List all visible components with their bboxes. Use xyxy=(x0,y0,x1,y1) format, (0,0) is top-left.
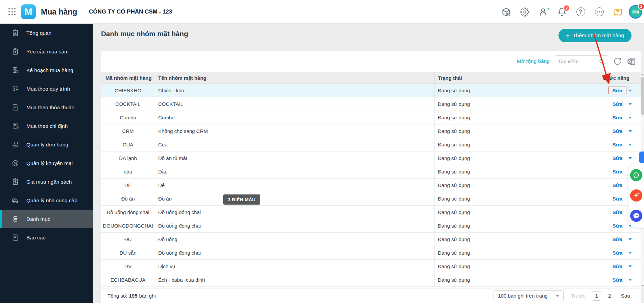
page-size-select[interactable]: 100 bản ghi trên trang xyxy=(494,290,564,301)
scrollbar-thumb[interactable] xyxy=(641,77,644,115)
column-header-code[interactable]: Mã nhóm mặt hàng xyxy=(101,72,155,84)
table-row[interactable]: CHIENKHOChiên - khoĐang sử dụngSửa xyxy=(101,84,641,97)
sidebar-item-5[interactable]: Mua theo thỏa thuận xyxy=(0,98,93,117)
cell-code: ĐU sẵn xyxy=(101,246,155,259)
edit-link[interactable]: Sửa xyxy=(609,249,626,257)
table-row[interactable]: Đồ ănĐồ ănĐang sử dụngSửa xyxy=(101,192,641,206)
search-input[interactable] xyxy=(558,59,596,64)
add-item-group-button[interactable]: + Thêm nhóm mặt hàng xyxy=(558,29,631,42)
cell-code: DE xyxy=(101,179,155,192)
chevron-down-icon[interactable] xyxy=(628,117,632,119)
add-user-icon[interactable]: + xyxy=(539,7,548,17)
column-header-name[interactable]: Tên nhóm mặt hàng xyxy=(155,72,434,84)
edit-link[interactable]: Sửa xyxy=(609,154,626,162)
sidebar-item-6[interactable]: Mua theo chỉ định xyxy=(0,117,93,135)
edit-link[interactable]: Sửa xyxy=(609,222,626,230)
apps-grid-icon[interactable] xyxy=(8,8,16,16)
table-row[interactable]: CUACuaĐang sử dụngSửa xyxy=(101,138,641,152)
gear-icon[interactable] xyxy=(520,7,529,17)
more-icon[interactable] xyxy=(595,7,604,17)
bell-icon[interactable]: 2 xyxy=(557,7,567,17)
sidebar-item-7[interactable]: Quản lý đơn hàng xyxy=(0,135,93,154)
add-button-label: Thêm nhóm mặt hàng xyxy=(573,32,624,39)
edit-link[interactable]: Sửa xyxy=(609,168,626,176)
chevron-down-icon[interactable] xyxy=(628,130,632,132)
table-row[interactable]: DEDêĐang sử dụngSửa xyxy=(101,179,641,192)
table-row[interactable]: CRMKhông cho sang CRMĐang sử dụngSửa xyxy=(101,124,641,138)
edit-link[interactable]: Sửa xyxy=(609,262,626,270)
table-row[interactable]: ComboComboĐang sử dụngSửa xyxy=(101,111,641,124)
messenger-button[interactable] xyxy=(630,210,642,222)
chevron-down-icon[interactable] xyxy=(628,252,632,254)
sidebar-item-1[interactable]: Tổng quan xyxy=(0,24,93,42)
sidebar-item-3[interactable]: Kế hoạch mua hàng xyxy=(0,61,93,79)
edit-link[interactable]: Sửa xyxy=(609,181,626,189)
table-row[interactable]: DOUONGDONGCHAIĐồ uống đóng chaiĐang sử d… xyxy=(101,219,641,233)
search-icon[interactable] xyxy=(599,58,605,65)
table-row[interactable]: ĐU sẵnĐồ uống đóng chaiĐang sử dụngSửa xyxy=(101,246,641,260)
chevron-down-icon[interactable] xyxy=(628,90,632,92)
edit-link[interactable]: Sửa xyxy=(609,127,626,135)
table-row[interactable]: Đồ uống đóng chaiĐồ uống đóng chaiĐang s… xyxy=(101,206,641,219)
cell-status: Đang sử dụng xyxy=(434,111,569,124)
cell-code: DOUONGDONGCHAI xyxy=(101,219,155,232)
cell-actions: Sửa xyxy=(569,111,641,124)
edit-link[interactable]: Sửa xyxy=(609,141,626,148)
ai-assistant-button[interactable] xyxy=(630,189,642,202)
edit-link[interactable]: Sửa xyxy=(609,208,626,216)
sidebar-item-11[interactable]: Danh mục xyxy=(0,210,93,228)
app-title: Mua hàng xyxy=(41,0,77,24)
sidebar-item-12[interactable]: Báo cáo xyxy=(0,228,93,247)
column-header-status[interactable]: Trạng thái xyxy=(434,72,569,84)
page-numbers: 12 xyxy=(592,291,614,301)
table-row[interactable]: dầuDầuĐang sử dụngSửa xyxy=(101,165,641,179)
edit-link[interactable]: Sửa xyxy=(609,100,626,108)
sidebar-item-8[interactable]: Quản lý khuyến mại xyxy=(0,154,93,172)
sidebar-item-9[interactable]: Giá mua ngân sách xyxy=(0,172,93,191)
refresh-icon[interactable] xyxy=(613,57,622,66)
chevron-down-icon[interactable] xyxy=(628,157,632,159)
next-page-button[interactable]: Sau xyxy=(621,293,630,299)
cell-code: CRM xyxy=(101,124,155,138)
table-row[interactable]: DA lạnhĐồ ăn tủ mátĐang sử dụngSửa xyxy=(101,152,641,165)
chevron-down-icon[interactable] xyxy=(628,238,632,240)
document-clock-icon xyxy=(11,66,19,74)
edit-link[interactable]: Sửa xyxy=(609,114,626,121)
edit-link[interactable]: Sửa xyxy=(609,276,626,284)
chevron-down-icon[interactable] xyxy=(628,265,632,267)
sidebar-item-2[interactable]: Yêu cầu mua sắm xyxy=(0,42,93,61)
table-row[interactable]: COCKTAILCOCKTAILĐang sử dụngSửa xyxy=(101,97,641,111)
export-excel-icon[interactable] xyxy=(627,57,636,66)
prev-page-button[interactable]: Trước xyxy=(571,293,585,299)
sidebar-item-10[interactable]: Quản lý nhà cung cấp xyxy=(0,191,93,210)
table-row[interactable]: ECHBABACUAẾch - baba -cua đinhĐang sử dụ… xyxy=(101,273,641,287)
chevron-down-icon[interactable] xyxy=(628,103,632,105)
cell-status: Đang sử dụng xyxy=(434,246,569,259)
company-name[interactable]: CÔNG TY CỔ PHẦN CSM - 123 xyxy=(89,0,172,24)
package-search-icon[interactable] xyxy=(502,7,511,17)
item-group-table-card: Mở rộng bảng Mã nhóm mặt hàng Tên nhóm m… xyxy=(101,51,641,303)
chevron-down-icon[interactable] xyxy=(628,144,632,146)
expand-table-link[interactable]: Mở rộng bảng xyxy=(517,58,550,64)
edit-link[interactable]: Sửa xyxy=(609,87,626,94)
cell-name: Cua xyxy=(155,138,434,151)
support-chat-button[interactable] xyxy=(630,169,642,181)
scroll-up-arrow-icon[interactable] xyxy=(641,73,644,75)
pagination: 100 bản ghi trên trang Trước 12 Sau xyxy=(494,290,630,301)
table-row[interactable]: DVDịch vụĐang sử dụngSửa xyxy=(101,260,641,273)
page-button-1[interactable]: 1 xyxy=(592,291,601,301)
map-tips-icon[interactable] xyxy=(613,7,622,17)
user-avatar[interactable]: PM 2 xyxy=(629,5,642,19)
app-logo[interactable]: M xyxy=(21,4,36,19)
chevron-down-icon[interactable] xyxy=(628,279,632,281)
cell-actions: Sửa xyxy=(569,84,641,97)
help-icon[interactable]: ? xyxy=(576,7,585,17)
sidebar-item-4[interactable]: Mua theo quy trình xyxy=(0,79,93,98)
scroll-down-arrow-icon[interactable] xyxy=(641,285,644,287)
column-header-actions[interactable]: Chức năng xyxy=(569,72,641,84)
edit-link[interactable]: Sửa xyxy=(609,235,626,243)
table-row[interactable]: ĐUĐồ uốngĐang sử dụngSửa xyxy=(101,233,641,246)
edit-link[interactable]: Sửa xyxy=(609,195,626,203)
page-button-2[interactable]: 2 xyxy=(605,291,614,301)
side-panel-handle[interactable] xyxy=(639,152,644,163)
